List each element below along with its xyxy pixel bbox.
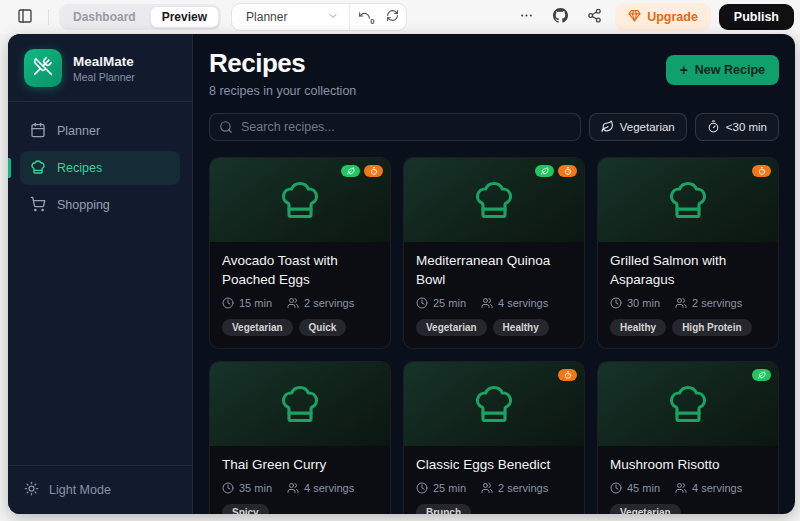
recipe-card[interactable]: Thai Green Curry 35 min 4 servings Spicy [209, 361, 391, 514]
servings-value: 2 servings [498, 482, 548, 494]
sidebar-item-label: Planner [57, 124, 100, 138]
vegetarian-badge [341, 165, 360, 177]
leaf-icon [601, 120, 614, 135]
light-mode-label: Light Mode [49, 483, 111, 497]
recipe-tag: Healthy [610, 319, 666, 336]
recipe-tags: VegetarianQuick [222, 319, 378, 336]
app-logo [24, 49, 62, 87]
time-value: 35 min [239, 482, 272, 494]
servings-meta: 4 servings [287, 482, 354, 494]
recipe-tags: VegetarianHealthy [416, 319, 572, 336]
console-count: 0 [370, 17, 374, 26]
page-subtitle: 8 recipes in your collection [209, 84, 356, 98]
chef-hat-icon [666, 382, 710, 426]
servings-meta: 2 servings [675, 297, 742, 309]
recipe-title: Grilled Salmon with Asparagus [610, 252, 766, 290]
recipe-tag: Spicy [222, 504, 269, 514]
recipe-title: Classic Eggs Benedict [416, 456, 572, 475]
recipe-tag: Quick [299, 319, 347, 336]
sidebar-nav: Planner Recipes Shopping [8, 102, 192, 234]
clock-icon [222, 297, 234, 309]
filter-label: <30 min [726, 121, 767, 133]
quick-badge [558, 369, 577, 381]
recipe-image [404, 158, 584, 242]
new-recipe-button[interactable]: + New Recipe [666, 55, 779, 85]
servings-meta: 2 servings [481, 482, 548, 494]
badge-group [752, 369, 771, 381]
recipe-image [210, 362, 390, 446]
app-brand: MealMate Meal Planner [8, 34, 192, 101]
sidebar-item-recipes[interactable]: Recipes [20, 151, 180, 185]
new-recipe-label: New Recipe [695, 63, 765, 77]
users-icon [481, 297, 493, 309]
recipe-body: Thai Green Curry 35 min 4 servings Spicy [210, 446, 390, 514]
chef-hat-icon [666, 178, 710, 222]
filter-vegetarian[interactable]: Vegetarian [589, 113, 687, 141]
share-icon [587, 8, 602, 26]
recipe-body: Mushroom Risotto 45 min 4 servings Veget… [598, 446, 778, 514]
chef-hat-icon [278, 178, 322, 222]
chef-hat-icon [472, 178, 516, 222]
upgrade-button[interactable]: Upgrade [615, 3, 711, 31]
time-meta: 15 min [222, 297, 272, 309]
recipe-meta: 25 min 4 servings [416, 297, 572, 309]
recipe-tag: High Protein [672, 319, 751, 336]
light-mode-toggle[interactable]: Light Mode [24, 481, 111, 499]
chef-hat-icon [278, 382, 322, 426]
page-select[interactable]: Planner [232, 4, 349, 30]
refresh-button[interactable] [378, 4, 406, 30]
sidebar: MealMate Meal Planner Planner Recipes [8, 34, 193, 514]
recipe-title: Mediterranean Quinoa Bowl [416, 252, 572, 290]
recipe-image [598, 362, 778, 446]
tab-dashboard[interactable]: Dashboard [61, 6, 148, 28]
sidebar-item-planner[interactable]: Planner [20, 114, 180, 148]
more-options-button[interactable] [513, 4, 539, 30]
share-button[interactable] [581, 4, 607, 30]
servings-meta: 4 servings [481, 297, 548, 309]
time-value: 30 min [627, 297, 660, 309]
panel-left-icon [17, 8, 33, 27]
recipe-card[interactable]: Mushroom Risotto 45 min 4 servings Veget… [597, 361, 779, 514]
recipe-tag: Healthy [493, 319, 549, 336]
filter-under-30-min[interactable]: <30 min [695, 113, 779, 141]
sun-icon [24, 481, 39, 499]
recipe-tags: HealthyHigh Protein [610, 319, 766, 336]
tab-preview[interactable]: Preview [150, 6, 219, 28]
utensils-crossed-icon [33, 56, 53, 80]
sidebar-footer: Light Mode [8, 465, 192, 514]
recipe-card[interactable]: Avocado Toast with Poached Eggs 15 min 2… [209, 157, 391, 349]
users-icon [287, 297, 299, 309]
recipe-card[interactable]: Mediterranean Quinoa Bowl 25 min 4 servi… [403, 157, 585, 349]
time-value: 25 min [433, 297, 466, 309]
recipe-tag: Brunch [416, 504, 471, 514]
recipe-card[interactable]: Classic Eggs Benedict 25 min 2 servings … [403, 361, 585, 514]
search-row: Vegetarian <30 min [209, 113, 779, 141]
app-name: MealMate [73, 54, 135, 69]
console-button[interactable]: 0 [350, 4, 378, 30]
github-button[interactable] [547, 4, 573, 30]
clock-icon [416, 297, 428, 309]
recipe-body: Classic Eggs Benedict 25 min 2 servings … [404, 446, 584, 514]
search-input[interactable] [209, 113, 581, 141]
time-meta: 25 min [416, 297, 466, 309]
sidebar-item-shopping[interactable]: Shopping [20, 188, 180, 222]
servings-value: 4 servings [498, 297, 548, 309]
time-value: 15 min [239, 297, 272, 309]
recipe-tags: Spicy [222, 504, 378, 514]
time-meta: 25 min [416, 482, 466, 494]
recipe-title: Avocado Toast with Poached Eggs [222, 252, 378, 290]
toolbar-right: Upgrade Publish [513, 3, 794, 31]
panel-toggle-button[interactable] [12, 4, 38, 30]
recipe-meta: 35 min 4 servings [222, 482, 378, 494]
recipe-card[interactable]: Grilled Salmon with Asparagus 30 min 2 s… [597, 157, 779, 349]
badge-group [535, 165, 577, 177]
users-icon [481, 482, 493, 494]
recipe-tags: Brunch [416, 504, 572, 514]
calendar-icon [30, 122, 46, 141]
search-icon [219, 120, 233, 134]
publish-button[interactable]: Publish [719, 4, 794, 30]
recipe-grid: Avocado Toast with Poached Eggs 15 min 2… [209, 157, 779, 514]
sidebar-item-label: Shopping [57, 198, 110, 212]
ellipsis-icon [519, 8, 534, 26]
recipe-body: Avocado Toast with Poached Eggs 15 min 2… [210, 242, 390, 348]
